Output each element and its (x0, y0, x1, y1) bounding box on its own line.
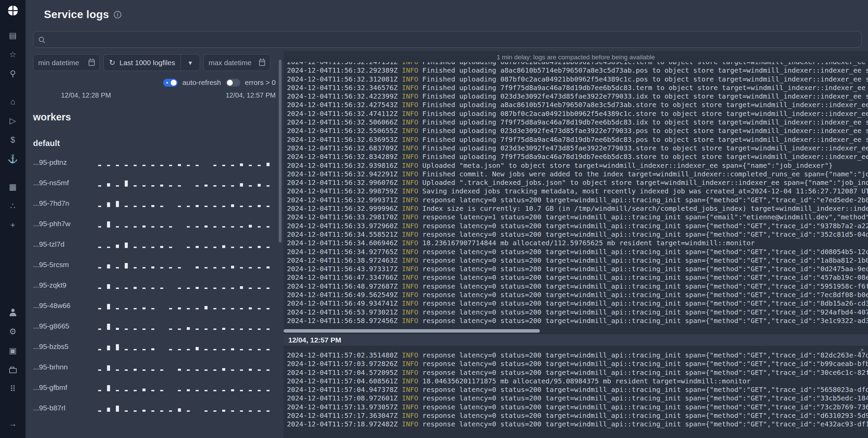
log-panel: 1 min delay: logs are compacted before b… (284, 51, 868, 438)
info-icon[interactable] (114, 11, 121, 18)
home-icon[interactable]: ⌂ (6, 95, 20, 108)
time-range-row: 12/04, 12:28 PM 12/04, 12:57 PM (33, 91, 276, 99)
worker-name-link[interactable]: ...95-5rcsm (33, 261, 96, 269)
left-column: min datetime ↻ Last 1000 logfiles ▾ (33, 51, 284, 438)
worker-row: ...95-ns5mf (33, 173, 276, 193)
add-icon[interactable]: + (6, 218, 20, 232)
log-line: 2024-12-04T11:56:33.972960Z INFO respons… (287, 222, 868, 230)
apps-icon[interactable]: ▤ (6, 29, 20, 42)
log-line: 2024-12-04T11:56:32.996076Z INFO Uploade… (287, 178, 868, 187)
worker-activity-sparkline (98, 343, 276, 350)
worker-activity-sparkline (98, 179, 276, 187)
max-datetime-label: max datetime (209, 59, 252, 67)
worker-name-link[interactable]: ...95-brhnn (33, 363, 96, 371)
worker-row: ...95-g8665 (33, 316, 276, 336)
icon-rail-bottom: ⚙▣⠿ (6, 303, 20, 398)
time-range-start: 12/04, 12:28 PM (61, 91, 111, 99)
log-line: 2024-12-04T11:56:32.999996Z INFO Index s… (287, 204, 868, 213)
log-line: 2024-12-04T11:56:32.683709Z INFO Finishe… (287, 144, 868, 152)
log-section-2-wrap: 2024-12-04T11:57:02.351480Z INFO respons… (284, 346, 868, 438)
resources-anchor-icon[interactable]: ⚓ (6, 152, 20, 166)
search-input[interactable] (49, 35, 856, 44)
log-line: 2024-12-04T11:56:53.973021Z INFO respons… (287, 308, 868, 317)
user-icon[interactable] (6, 306, 20, 319)
log-line: 2024-12-04T11:56:58.972456Z INFO respons… (287, 317, 868, 325)
icon-rail: ▤☆⚲⌂▷$⚓▦∴+ (6, 17, 20, 235)
worker-activity-sparkline (98, 302, 276, 309)
favorites-star-icon[interactable]: ☆ (6, 48, 20, 61)
variables-dollar-icon[interactable]: $ (6, 133, 20, 147)
log-line: 2024-12-04T11:56:32.506066Z INFO Finishe… (287, 118, 868, 127)
log-line: 2024-12-04T11:57:04.608561Z INFO 18.0463… (287, 377, 868, 385)
worker-name-link[interactable]: ...95-48w66 (33, 302, 96, 310)
search-icon (39, 37, 44, 42)
log-line: 2024-12-04T11:56:32.942291Z INFO Finishe… (287, 170, 868, 178)
worker-row: ...95-gfbmf (33, 377, 276, 398)
service-logs-grid-icon[interactable]: ⠿ (6, 382, 20, 396)
settings-gear-icon[interactable]: ⚙ (6, 325, 20, 338)
auto-refresh-toggle[interactable] (163, 79, 178, 87)
log-section-time: 12/04, 12:57 PM (288, 336, 341, 344)
icon-rail-footer: → (6, 414, 20, 433)
worker-activity-sparkline (98, 261, 276, 268)
chevron-down-icon: ▾ (188, 59, 192, 67)
min-datetime-button[interactable]: min datetime (33, 54, 100, 71)
page-title: Service logs (44, 8, 109, 21)
windmill-logo-icon[interactable] (6, 4, 19, 17)
log-line: 2024-12-04T11:56:32.292389Z INFO Finishe… (287, 66, 868, 75)
log-line: 2024-12-04T11:56:49.934741Z INFO respons… (287, 299, 868, 308)
errors-filter-toggle[interactable] (226, 79, 240, 87)
log-section-2: 2024-12-04T11:57:02.351480Z INFO respons… (284, 346, 868, 438)
log-section-header: 12/04, 12:57 PM (284, 334, 868, 346)
folders-icon[interactable] (6, 363, 20, 377)
worker-row: ...95-zqkt9 (33, 275, 276, 295)
worker-row: ...95-bzbs5 (33, 336, 276, 357)
worker-name-link[interactable]: ...95-zqkt9 (33, 281, 96, 289)
log-line: 2024-12-04T11:56:32.998759Z INFO Saving … (287, 187, 868, 195)
log-delay-notice: 1 min delay: logs are compacted before b… (284, 51, 868, 62)
sidebar: ▤☆⚲⌂▷$⚓▦∴+ ⚙▣⠿ → (0, 0, 26, 438)
worker-row: ...95-pdtnz (33, 152, 276, 173)
worker-row: ...95-5rcsm (33, 254, 276, 275)
worker-row: ...95-7hd7n (33, 193, 276, 214)
log-horizontal-scrollbar[interactable] (284, 329, 540, 333)
log-line: 2024-12-04T11:56:38.972463Z INFO respons… (287, 256, 868, 265)
worker-activity-sparkline (98, 200, 276, 207)
max-datetime-button[interactable]: max datetime (203, 54, 270, 71)
expand-icon[interactable] (858, 348, 864, 356)
flows-icon[interactable]: ∴ (6, 199, 20, 213)
content-row: min datetime ↻ Last 1000 logfiles ▾ (33, 51, 868, 438)
worker-list-scrollbar[interactable] (279, 60, 281, 243)
search-bar (33, 31, 862, 48)
worker-name-link[interactable]: ...95-pdtnz (33, 158, 96, 166)
worker-name-link[interactable]: ...95-gfbmf (33, 383, 96, 392)
expand-sidebar-icon[interactable]: → (6, 417, 20, 430)
log-line: 2024-12-04T11:56:32.550655Z INFO Finishe… (287, 127, 868, 135)
log-line: 2024-12-04T11:56:32.312081Z INFO Finishe… (287, 75, 868, 84)
log-line: 2024-12-04T11:57:03.972826Z INFO respons… (287, 360, 868, 368)
worker-name-link[interactable]: ...95-phh7w (33, 220, 96, 228)
worker-name-link[interactable]: ...95-bzbs5 (33, 342, 96, 351)
log-line: 2024-12-04T11:57:02.351480Z INFO respons… (287, 351, 868, 360)
worker-row: ...95-tzl7d (33, 234, 276, 254)
worker-activity-sparkline (98, 159, 276, 166)
worker-activity-sparkline (98, 384, 276, 391)
log-line: 2024-12-04T11:56:47.334766Z INFO respons… (287, 273, 868, 282)
errors-filter-label: errors > 0 (245, 78, 276, 87)
auto-refresh-label: auto-refresh (182, 78, 221, 87)
worker-name-link[interactable]: ...95-tzl7d (33, 240, 96, 248)
runs-play-icon[interactable]: ▷ (6, 114, 20, 128)
logfiles-label: Last 1000 logfiles (119, 59, 175, 67)
log-line: 2024-12-04T11:56:32.427543Z INFO Finishe… (287, 101, 868, 109)
workspace-icon[interactable]: ▣ (6, 344, 20, 357)
schedules-calendar-icon[interactable]: ▦ (6, 180, 20, 194)
worker-name-link[interactable]: ...95-b87rl (33, 404, 96, 412)
refresh-logfiles-button[interactable]: ↻ Last 1000 logfiles (104, 55, 181, 71)
worker-name-link[interactable]: ...95-7hd7n (33, 199, 96, 207)
worker-name-link[interactable]: ...95-ns5mf (33, 179, 96, 187)
min-datetime-label: min datetime (38, 59, 79, 67)
worker-name-link[interactable]: ...95-g8665 (33, 322, 96, 330)
search-icon[interactable]: ⚲ (6, 67, 20, 81)
logfiles-dropdown-button[interactable]: ▾ (181, 55, 200, 71)
log-line: 2024-12-04T11:57:04.572095Z INFO respons… (287, 368, 868, 377)
